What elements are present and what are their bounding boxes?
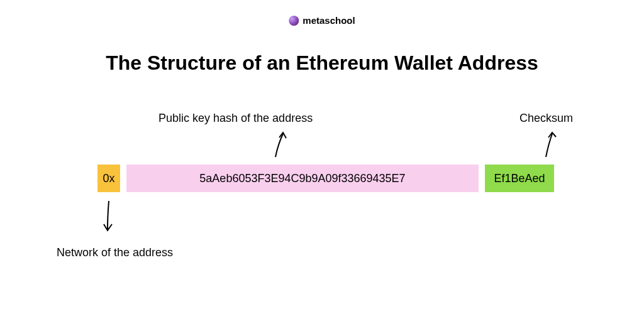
label-checksum: Checksum (519, 112, 573, 125)
arrow-checksum (541, 129, 560, 160)
segment-hash: 5aAeb6053F3E94C9b9A09f33669435E7 (126, 165, 479, 192)
page-title: The Structure of an Ethereum Wallet Addr… (106, 51, 538, 75)
arrow-hash (270, 129, 289, 160)
brand-logo: metaschool (289, 15, 355, 26)
crystal-ball-icon (289, 16, 299, 26)
label-public-key-hash: Public key hash of the address (158, 112, 313, 125)
address-segments: 0x 5aAeb6053F3E94C9b9A09f33669435E7 Ef1B… (97, 165, 554, 192)
arrow-network (99, 198, 118, 235)
segment-checksum: Ef1BeAed (485, 165, 554, 192)
brand-name: metaschool (303, 15, 355, 26)
label-network: Network of the address (57, 246, 173, 259)
segment-prefix: 0x (97, 165, 120, 192)
